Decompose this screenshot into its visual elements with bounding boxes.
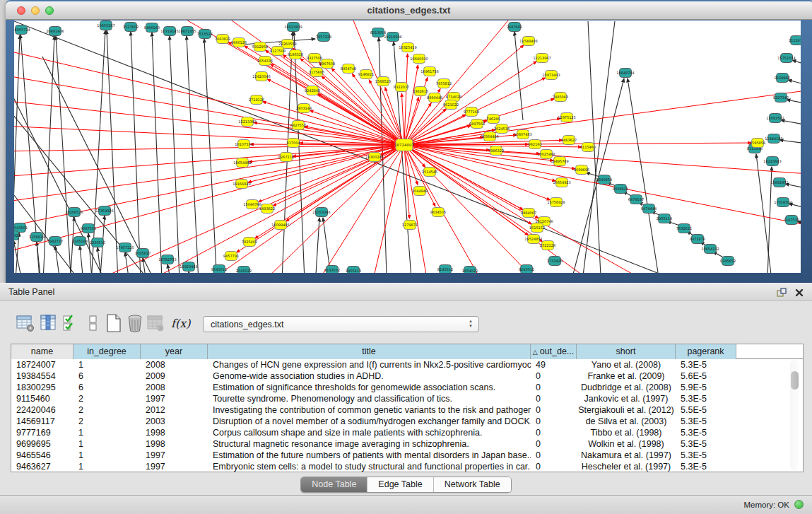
table-row[interactable]: 1456911722003Disruption of a novel membe…	[11, 416, 803, 427]
graph-node[interactable]: 1954022	[462, 267, 478, 274]
graph-node[interactable]: 16640910	[410, 54, 428, 64]
graph-node[interactable]: 9193032	[324, 266, 340, 274]
table-row[interactable]: 911546021997Tourette syndrome. Phenomeno…	[11, 393, 803, 404]
graph-node[interactable]: 10655287	[97, 21, 114, 30]
close-panel-icon[interactable]	[795, 287, 804, 300]
graph-node[interactable]: 12444195	[765, 134, 782, 144]
select-all-icon[interactable]	[61, 313, 81, 334]
graph-node[interactable]: 8471876	[690, 235, 705, 244]
graph-node[interactable]: 16648784	[616, 69, 634, 78]
graph-node[interactable]: 9245652	[720, 257, 736, 266]
graph-node[interactable]: 1640954	[596, 175, 612, 185]
graph-node[interactable]: 6497568	[469, 119, 485, 129]
graph-node[interactable]: 746266	[486, 115, 500, 124]
graph-node[interactable]: 10025468	[537, 150, 555, 159]
graph-node[interactable]: 17016504	[774, 198, 792, 207]
graph-node[interactable]: 7632621	[676, 224, 692, 233]
graph-node[interactable]: 9777169	[464, 107, 479, 117]
graph-node[interactable]: 12093582	[766, 114, 784, 123]
graph-node[interactable]: 817004	[286, 139, 300, 148]
scrollbar-thumb[interactable]	[791, 371, 799, 390]
select-columns-icon[interactable]	[39, 313, 59, 334]
graph-node[interactable]: 19524851	[524, 235, 542, 244]
graph-node[interactable]: 9545012	[211, 265, 227, 274]
graph-node[interactable]: 9245012	[519, 265, 534, 274]
column-header-name[interactable]: name	[11, 344, 73, 359]
column-header-in_degree[interactable]: in_degree	[73, 344, 141, 359]
column-header-title[interactable]: title	[208, 344, 531, 359]
graph-node[interactable]: 9227342	[773, 93, 789, 103]
graph-node[interactable]: 7857224	[316, 33, 331, 42]
graph-node[interactable]: 16210643	[763, 157, 781, 166]
graph-node[interactable]: 20691406	[46, 27, 64, 36]
table-row[interactable]: 2242004622012Investigating the contribut…	[11, 404, 803, 416]
graph-node[interactable]: 8466160	[144, 23, 160, 33]
graph-node[interactable]: 21053346	[312, 208, 330, 217]
graph-node[interactable]: 8990448	[427, 93, 442, 103]
graph-node[interactable]: 1527602	[123, 23, 139, 32]
graph-node[interactable]: 7485063	[553, 93, 568, 102]
graph-node[interactable]: 9699695	[574, 165, 589, 175]
graph-node[interactable]: 1250515	[90, 238, 105, 247]
graph-node[interactable]: 1654336	[257, 57, 273, 66]
table-selector-dropdown[interactable]: citations_edges.txt ▲▼	[203, 316, 479, 332]
graph-node[interactable]: 7986322	[488, 146, 504, 156]
graph-node[interactable]: 8267110	[278, 153, 294, 162]
graph-node[interactable]: 1156819	[29, 233, 45, 242]
graph-node[interactable]: 18325419	[399, 43, 416, 52]
vertical-scrollbar[interactable]	[790, 360, 799, 470]
column-header-out_de[interactable]: △out_de...	[531, 344, 577, 359]
table-row[interactable]: 1830029562008Estimation of significance …	[11, 382, 803, 393]
new-document-icon[interactable]	[104, 313, 124, 334]
graph-node[interactable]: 9457791	[223, 252, 239, 261]
graph-node[interactable]: 9984067	[521, 209, 536, 218]
graph-node[interactable]: 16033809	[284, 23, 302, 32]
graph-node[interactable]: 9474444	[641, 204, 657, 214]
graph-node[interactable]: 6479197	[628, 195, 644, 204]
graph-node[interactable]: 2803144	[296, 104, 312, 113]
graph-node[interactable]: 10807483	[514, 130, 531, 139]
table-row[interactable]: 1938455462009Genome-wide association stu…	[11, 370, 803, 382]
graph-node[interactable]: 16654923	[553, 178, 570, 187]
column-header-year[interactable]: year	[141, 344, 208, 359]
graph-node[interactable]: 1167533	[784, 216, 799, 225]
unselect-all-icon[interactable]	[83, 313, 103, 334]
graph-node[interactable]: 14671355	[178, 27, 196, 36]
graph-node[interactable]: 8322037	[394, 83, 409, 92]
graph-node[interactable]: 1095817	[135, 249, 151, 258]
graph-node[interactable]: 18654982	[233, 158, 251, 168]
graph-node[interactable]: 12213967	[533, 54, 551, 63]
window-titlebar[interactable]: citations_edges.txt	[6, 1, 812, 20]
graph-node[interactable]: 1942737	[47, 237, 63, 246]
graph-node[interactable]: 1112476	[789, 36, 801, 45]
delete-icon[interactable]	[125, 313, 145, 334]
graph-node[interactable]: 16961758	[420, 67, 438, 76]
graph-node[interactable]: 20564486	[481, 132, 498, 141]
graph-node[interactable]: 12975125	[558, 113, 575, 122]
table-settings-icon[interactable]	[16, 313, 35, 334]
column-header-pagerank[interactable]: pagerank	[676, 344, 736, 359]
graph-node[interactable]: 10719145	[160, 27, 178, 36]
graph-node[interactable]: 7955812	[436, 79, 452, 88]
graph-node[interactable]: 9621022	[443, 100, 459, 110]
graph-node[interactable]: 9127508	[270, 47, 286, 56]
column-header-short[interactable]: short	[577, 344, 676, 359]
graph-node[interactable]: 9660126	[231, 38, 247, 47]
tab-network-table[interactable]: Network Table	[433, 477, 511, 492]
graph-node[interactable]: 1145194	[72, 237, 88, 246]
table-row[interactable]: 946554611997Estimation of the future num…	[11, 450, 803, 461]
graph-node[interactable]: 2687682	[507, 23, 522, 32]
graph-node[interactable]: 9097588	[81, 224, 96, 233]
graph-node[interactable]: 1588520	[375, 77, 391, 86]
graph-node[interactable]: 1044949	[412, 187, 428, 196]
network-canvas[interactable]: 2405572420691406106552871527602846616010…	[14, 21, 801, 273]
graph-node[interactable]: 1595858	[750, 139, 765, 148]
graph-node[interactable]: 15756928	[547, 198, 565, 207]
graph-node[interactable]: 2867608	[319, 59, 335, 69]
graph-node[interactable]: 3624534	[494, 124, 510, 134]
graph-node[interactable]: 17359926	[95, 206, 113, 216]
graph-node[interactable]: 2935114	[657, 214, 672, 223]
graph-node[interactable]: 9115460	[580, 143, 596, 152]
graph-node[interactable]: 1905413	[346, 267, 361, 274]
graph-node[interactable]: 7825402	[242, 238, 257, 247]
